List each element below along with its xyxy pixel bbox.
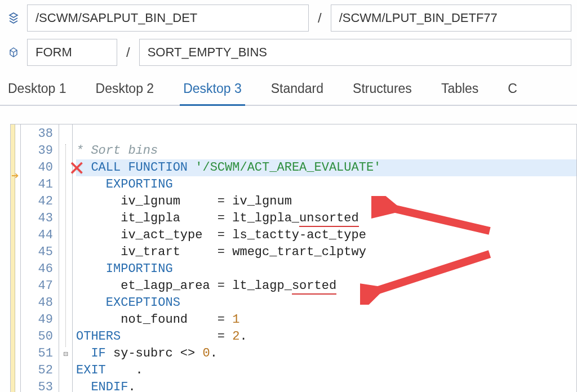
breadcrumb-row-2: FORM / SORT_EMPTY_BINS — [0, 34, 577, 69]
code-editor: ➔ 38394041424344454647484950515253 ⊟ ✕ *… — [10, 124, 577, 392]
tab-standard[interactable]: Standard — [268, 78, 327, 105]
program-field[interactable]: /SCWM/SAPLPUT_BIN_DET — [27, 5, 309, 32]
object-icon — [6, 47, 21, 58]
separator: / — [126, 44, 130, 60]
breadcrumb-row-1: /SCWM/SAPLPUT_BIN_DET / /SCWM/LPUT_BIN_D… — [0, 0, 577, 34]
line-number-gutter: 38394041424344454647484950515253 — [21, 124, 59, 392]
tab-bar: Desktop 1Desktop 2Desktop 3StandardStruc… — [0, 69, 577, 106]
objtype-field[interactable]: FORM — [27, 39, 117, 66]
tab-tables[interactable]: Tables — [438, 78, 482, 105]
error-x-icon: ✕ — [69, 156, 85, 181]
current-line-arrow-icon: ➔ — [11, 170, 19, 181]
separator: / — [318, 10, 322, 26]
hierarchy-icon — [6, 12, 21, 24]
objname-field[interactable]: SORT_EMPTY_BINS — [139, 39, 571, 66]
breakpoint-gutter[interactable]: ➔ — [11, 124, 21, 392]
tab-desktop-1[interactable]: Desktop 1 — [5, 78, 70, 105]
tab-c[interactable]: C — [504, 78, 521, 105]
tab-desktop-2[interactable]: Desktop 2 — [92, 78, 158, 105]
tab-desktop-3[interactable]: Desktop 3 — [180, 78, 245, 106]
code-area[interactable]: ✕ * Sort bins CALL FUNCTION '/SCWM/ACT_A… — [73, 124, 576, 392]
include-field[interactable]: /SCWM/LPUT_BIN_DETF77 — [331, 5, 571, 32]
tab-structures[interactable]: Structures — [349, 78, 415, 105]
